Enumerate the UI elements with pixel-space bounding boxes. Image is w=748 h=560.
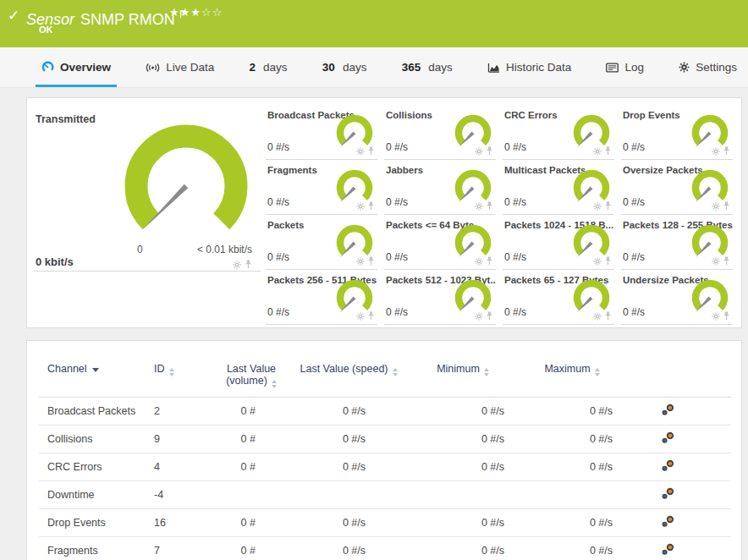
cell-max: 0 #/s — [518, 509, 626, 537]
star-filled-icon[interactable]: ★ — [180, 6, 191, 19]
gauge-cell-packets-512-1023-byt: Packets 512 - 1023 Byt...0 #/s — [384, 270, 496, 325]
gauge-value: 0 #/s — [504, 196, 526, 208]
gauge-cell-multicast-packets: Multicast Packets0 #/s — [503, 160, 614, 215]
cell-min: 0 #/s — [408, 398, 518, 425]
pin-icon[interactable] — [723, 146, 730, 156]
cell-actions — [626, 453, 731, 481]
cell-speed: 0 #/s — [289, 453, 408, 481]
gear-icon[interactable] — [593, 257, 602, 266]
gauge-actions — [712, 146, 730, 156]
pin-icon[interactable] — [604, 311, 612, 321]
gauge-value: 0 #/s — [504, 251, 526, 263]
log-icon — [606, 63, 619, 73]
pin-icon[interactable] — [367, 146, 375, 156]
gauge-actions — [475, 256, 493, 266]
gear-icon[interactable] — [712, 147, 720, 156]
gauge-value: 0 #/s — [267, 141, 289, 153]
gauge-cell-fragments: Fragments0 #/s — [266, 160, 377, 215]
cell-channel: Drop Events — [39, 509, 154, 537]
cell-channel: CRC Errors — [39, 453, 154, 481]
channel-settings-gears-icon[interactable] — [661, 487, 675, 500]
cell-channel: Fragments — [39, 537, 154, 560]
tab-label: Overview — [60, 61, 111, 74]
column-header-last-value-volume[interactable]: Last Value (volume) — [213, 341, 289, 398]
cell-id: 7 — [154, 537, 213, 560]
gear-icon[interactable] — [233, 261, 241, 269]
column-header-maximum[interactable]: Maximum — [518, 341, 626, 398]
pin-icon[interactable] — [367, 201, 375, 211]
pin-icon[interactable] — [367, 256, 375, 266]
gauge-cell-undersize-packets: Undersize Packets0 #/s — [621, 270, 733, 325]
cell-min: 0 #/s — [408, 509, 518, 537]
cell-actions — [626, 481, 731, 509]
pin-icon[interactable] — [723, 256, 730, 266]
gear-icon[interactable] — [712, 312, 720, 321]
star-filled-icon[interactable]: ★ — [190, 6, 201, 19]
column-header-last-value-speed[interactable]: Last Value (speed) — [289, 341, 408, 398]
pin-icon[interactable] — [604, 201, 612, 211]
gear-icon[interactable] — [475, 312, 483, 321]
gauge-cell-packets-128-255-bytes: Packets 128 - 255 Bytes0 #/s — [621, 215, 733, 270]
channel-settings-gears-icon[interactable] — [661, 404, 675, 416]
tab-365-days[interactable]: 365days — [396, 47, 459, 87]
table-row: Drop Events160 #0 #/s0 #/s0 #/s — [39, 509, 731, 537]
tab-log[interactable]: Log — [600, 47, 650, 87]
pin-icon[interactable] — [604, 256, 612, 266]
gear-icon[interactable] — [712, 257, 720, 266]
gauge-value: 0 #/s — [386, 141, 408, 153]
column-header-channel[interactable]: Channel — [39, 341, 154, 398]
pin-icon[interactable] — [486, 146, 493, 156]
column-label: Maximum — [544, 363, 590, 375]
gauge-cell-oversize-packets: Oversize Packets0 #/s — [621, 160, 733, 215]
gauge-value: 0 #/s — [623, 141, 645, 153]
gauge-actions — [593, 256, 612, 266]
column-label: ID — [154, 363, 165, 375]
gauge-actions — [233, 260, 252, 269]
pin-icon[interactable] — [723, 311, 730, 321]
tab-30-days[interactable]: 30days — [316, 47, 373, 87]
gear-icon[interactable] — [712, 202, 720, 211]
star-filled-icon[interactable]: ★ — [169, 6, 180, 19]
tab-live-data[interactable]: Live Data — [140, 47, 220, 87]
gear-icon[interactable] — [475, 257, 483, 266]
gear-icon[interactable] — [356, 312, 365, 321]
pin-icon[interactable] — [367, 311, 375, 321]
cell-speed — [289, 481, 408, 509]
column-header-minimum[interactable]: Minimum — [408, 341, 518, 398]
sort-both-icon — [484, 368, 489, 376]
gear-icon[interactable] — [593, 147, 602, 156]
gear-icon[interactable] — [593, 312, 602, 321]
gauge-value: 0 #/s — [504, 141, 526, 153]
channel-settings-gears-icon[interactable] — [661, 459, 675, 472]
star-empty-icon[interactable]: ☆ — [212, 6, 223, 19]
channel-settings-gears-icon[interactable] — [661, 515, 675, 528]
tab-historic-data[interactable]: Historic Data — [481, 47, 577, 87]
star-empty-icon[interactable]: ☆ — [201, 6, 212, 19]
gear-icon[interactable] — [475, 202, 483, 211]
gear-icon[interactable] — [475, 147, 483, 156]
column-header-id[interactable]: ID — [154, 341, 213, 398]
pin-icon[interactable] — [245, 260, 252, 269]
gear-icon[interactable] — [356, 202, 365, 211]
gear-icon[interactable] — [593, 202, 602, 211]
pin-icon[interactable] — [486, 256, 493, 266]
tab-overview[interactable]: Overview — [36, 47, 117, 87]
pin-icon[interactable] — [486, 311, 493, 321]
pin-icon[interactable] — [723, 201, 730, 211]
pin-icon[interactable] — [604, 146, 612, 156]
tab-2-days[interactable]: 2days — [244, 47, 294, 87]
pin-icon[interactable] — [486, 201, 493, 211]
channel-settings-gears-icon[interactable] — [661, 431, 675, 444]
gear-icon[interactable] — [356, 257, 365, 266]
channel-settings-gears-icon[interactable] — [661, 543, 675, 556]
cell-id: 4 — [154, 453, 213, 481]
gear-icon[interactable] — [356, 147, 365, 156]
column-label: Last Value (speed) — [300, 363, 388, 375]
column-label: Channel — [47, 363, 87, 375]
priority-stars[interactable]: ★★★☆☆ — [169, 6, 223, 19]
gauge-value: 0 kbit/s — [36, 255, 74, 268]
sensor-header: ✓ SensorSNMP RMON ★★★☆☆ OK — [0, 0, 748, 47]
tab-settings[interactable]: Settings — [673, 47, 743, 87]
gauge-actions — [475, 311, 493, 321]
tab-number: 30 — [322, 61, 335, 74]
